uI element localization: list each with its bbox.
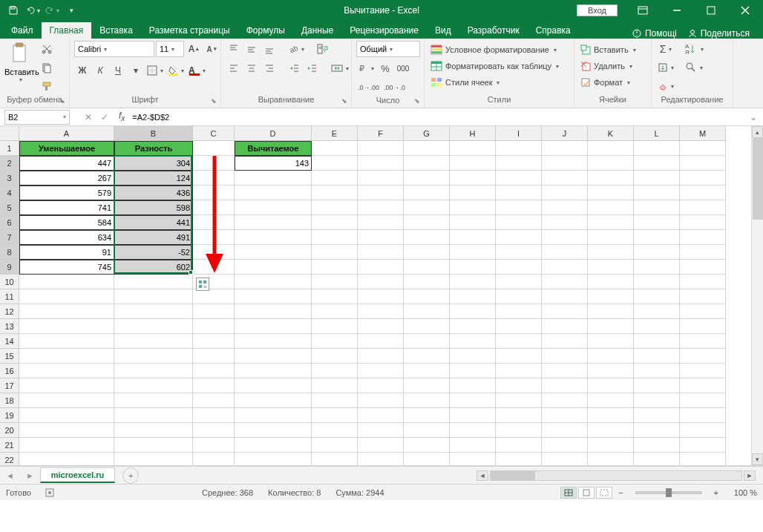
cell-C17[interactable] bbox=[193, 378, 235, 393]
cell-H3[interactable] bbox=[450, 171, 496, 185]
col-header-I[interactable]: I bbox=[496, 126, 542, 141]
cell-B3[interactable]: 124 bbox=[114, 171, 193, 185]
number-format-combo[interactable]: Общий▾ bbox=[356, 41, 420, 57]
cell-I12[interactable] bbox=[496, 304, 542, 319]
cell-L7[interactable] bbox=[634, 230, 680, 245]
cell-H11[interactable] bbox=[450, 289, 496, 304]
cell-E8[interactable] bbox=[312, 245, 358, 260]
cell-L20[interactable] bbox=[634, 423, 680, 438]
cell-A22[interactable] bbox=[19, 453, 114, 466]
cell-D13[interactable] bbox=[235, 319, 312, 334]
cell-C4[interactable] bbox=[193, 185, 235, 200]
cell-L4[interactable] bbox=[634, 185, 680, 200]
ribbon-display-icon[interactable] bbox=[626, 0, 659, 21]
cell-H7[interactable] bbox=[450, 230, 496, 245]
cell-M1[interactable] bbox=[680, 141, 726, 156]
tab-insert[interactable]: Вставка bbox=[91, 22, 141, 39]
cell-F2[interactable] bbox=[358, 156, 404, 171]
zoom-slider[interactable] bbox=[635, 491, 702, 494]
cell-I8[interactable] bbox=[496, 245, 542, 260]
spreadsheet-grid[interactable]: ABCDEFGHIJKLM 12345678910111213141516171… bbox=[0, 126, 763, 466]
delete-cells-button[interactable]: Удалить▾ bbox=[579, 59, 634, 73]
cell-I3[interactable] bbox=[496, 171, 542, 185]
cell-L15[interactable] bbox=[634, 349, 680, 364]
cell-M5[interactable] bbox=[680, 200, 726, 215]
cell-B11[interactable] bbox=[114, 289, 193, 304]
macro-record-icon[interactable] bbox=[45, 487, 55, 498]
cell-K2[interactable] bbox=[588, 156, 634, 171]
align-left-icon[interactable] bbox=[226, 60, 242, 76]
row-header-3[interactable]: 3 bbox=[0, 171, 19, 185]
cell-M13[interactable] bbox=[680, 319, 726, 334]
cell-M14[interactable] bbox=[680, 334, 726, 349]
cell-G9[interactable] bbox=[404, 260, 450, 275]
col-header-K[interactable]: K bbox=[588, 126, 634, 141]
cell-L5[interactable] bbox=[634, 200, 680, 215]
cell-D17[interactable] bbox=[235, 378, 312, 393]
cell-I22[interactable] bbox=[496, 453, 542, 466]
row-header-2[interactable]: 2 bbox=[0, 156, 19, 171]
cell-D19[interactable] bbox=[235, 408, 312, 423]
cell-I7[interactable] bbox=[496, 230, 542, 245]
cell-J5[interactable] bbox=[542, 200, 588, 215]
cell-J15[interactable] bbox=[542, 349, 588, 364]
merge-icon[interactable]: ▾ bbox=[330, 60, 350, 76]
cell-B22[interactable] bbox=[114, 453, 193, 466]
signin-button[interactable]: Вход bbox=[577, 4, 618, 16]
row-header-20[interactable]: 20 bbox=[0, 423, 19, 438]
cell-K17[interactable] bbox=[588, 378, 634, 393]
row-header-10[interactable]: 10 bbox=[0, 275, 19, 289]
cell-G7[interactable] bbox=[404, 230, 450, 245]
view-normal-icon[interactable] bbox=[560, 487, 577, 499]
font-color-icon[interactable]: A▾ bbox=[187, 62, 207, 79]
cell-E11[interactable] bbox=[312, 289, 358, 304]
expand-formula-bar-icon[interactable]: ⌄ bbox=[744, 112, 763, 122]
maximize-icon[interactable] bbox=[695, 0, 727, 21]
row-header-16[interactable]: 16 bbox=[0, 364, 19, 378]
view-pagebreak-icon[interactable] bbox=[596, 487, 612, 499]
cell-E6[interactable] bbox=[312, 215, 358, 230]
cell-K15[interactable] bbox=[588, 349, 634, 364]
cell-A18[interactable] bbox=[19, 393, 114, 408]
cell-D2[interactable]: 143 bbox=[235, 156, 312, 171]
cell-A19[interactable] bbox=[19, 408, 114, 423]
bold-button[interactable]: Ж bbox=[74, 62, 91, 79]
cell-E22[interactable] bbox=[312, 453, 358, 466]
cell-L10[interactable] bbox=[634, 275, 680, 289]
underline-button[interactable]: Ч bbox=[110, 62, 126, 79]
cell-G5[interactable] bbox=[404, 200, 450, 215]
cell-J2[interactable] bbox=[542, 156, 588, 171]
cell-I1[interactable] bbox=[496, 141, 542, 156]
cell-L9[interactable] bbox=[634, 260, 680, 275]
zoom-out-icon[interactable]: − bbox=[614, 488, 627, 497]
cell-B2[interactable]: 304 bbox=[114, 156, 193, 171]
cell-H5[interactable] bbox=[450, 200, 496, 215]
cell-K10[interactable] bbox=[588, 275, 634, 289]
cell-L18[interactable] bbox=[634, 393, 680, 408]
cell-A7[interactable]: 634 bbox=[19, 230, 114, 245]
cell-B15[interactable] bbox=[114, 349, 193, 364]
font-size-combo[interactable]: 11▾ bbox=[156, 41, 184, 57]
cell-A11[interactable] bbox=[19, 289, 114, 304]
cell-F9[interactable] bbox=[358, 260, 404, 275]
cell-K8[interactable] bbox=[588, 245, 634, 260]
cell-B12[interactable] bbox=[114, 304, 193, 319]
cell-H10[interactable] bbox=[450, 275, 496, 289]
minimize-icon[interactable] bbox=[661, 0, 693, 21]
cell-L6[interactable] bbox=[634, 215, 680, 230]
orientation-icon[interactable]: ab▾ bbox=[286, 41, 306, 57]
cell-I5[interactable] bbox=[496, 200, 542, 215]
cell-K5[interactable] bbox=[588, 200, 634, 215]
cell-J11[interactable] bbox=[542, 289, 588, 304]
sheet-tab[interactable]: microexcel.ru bbox=[40, 467, 116, 483]
cell-F16[interactable] bbox=[358, 364, 404, 378]
cell-L12[interactable] bbox=[634, 304, 680, 319]
insert-cells-button[interactable]: Вставить▾ bbox=[579, 42, 638, 57]
cell-I17[interactable] bbox=[496, 378, 542, 393]
cell-I9[interactable] bbox=[496, 260, 542, 275]
comma-icon[interactable]: 000 bbox=[395, 60, 411, 76]
cell-B9[interactable]: 602 bbox=[114, 260, 193, 275]
row-header-7[interactable]: 7 bbox=[0, 230, 19, 245]
cut-icon[interactable] bbox=[39, 41, 55, 57]
cell-K20[interactable] bbox=[588, 423, 634, 438]
